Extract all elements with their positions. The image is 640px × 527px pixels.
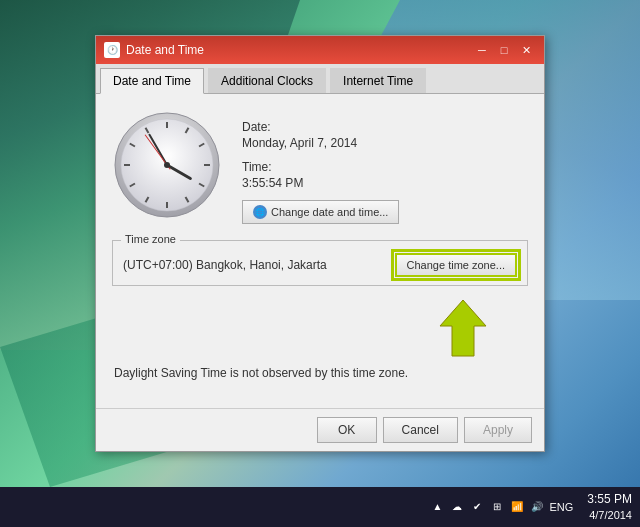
maximize-button[interactable]: □ [494,40,514,60]
ok-button[interactable]: OK [317,417,377,443]
device-icon[interactable]: ⊞ [489,499,505,515]
change-timezone-button[interactable]: Change time zone... [395,253,517,277]
network-icon[interactable]: ▲ [429,499,445,515]
timezone-section: Time zone (UTC+07:00) Bangkok, Hanoi, Ja… [112,240,528,286]
title-bar-controls: ─ □ ✕ [472,40,536,60]
taskbar-app-icon[interactable]: ✔ [469,499,485,515]
arrow-annotation [112,298,528,358]
clock-svg [112,110,222,220]
title-bar: 🕐 Date and Time ─ □ ✕ [96,36,544,64]
tab-additional-clocks[interactable]: Additional Clocks [208,68,326,93]
taskbar-right: ▲ ☁ ✔ ⊞ 📶 🔊 ENG 3:55 PM 4/7/2014 [429,492,632,522]
tabs-bar: Date and Time Additional Clocks Internet… [96,64,544,94]
dialog-content: Date: Monday, April 7, 2014 Time: 3:55:5… [96,94,544,408]
close-button[interactable]: ✕ [516,40,536,60]
dialog-title: Date and Time [126,43,472,57]
svg-marker-18 [440,300,486,356]
date-time-dialog: 🕐 Date and Time ─ □ ✕ Date and Time Addi… [95,35,545,452]
datetime-info: Date: Monday, April 7, 2014 Time: 3:55:5… [242,110,399,224]
date-label: Date: [242,120,399,134]
volume-icon[interactable]: 🔊 [529,499,545,515]
taskbar-date-value: 4/7/2014 [587,508,632,522]
date-value: Monday, April 7, 2014 [242,136,399,150]
cancel-button[interactable]: Cancel [383,417,458,443]
globe-icon: 🌐 [253,205,267,219]
apply-button[interactable]: Apply [464,417,532,443]
arrow-up-icon [438,298,488,358]
taskbar: ▲ ☁ ✔ ⊞ 📶 🔊 ENG 3:55 PM 4/7/2014 [0,487,640,527]
dialog-overlay: 🕐 Date and Time ─ □ ✕ Date and Time Addi… [0,0,640,487]
timezone-value: (UTC+07:00) Bangkok, Hanoi, Jakarta [123,258,327,272]
taskbar-clock[interactable]: 3:55 PM 4/7/2014 [587,492,632,522]
minimize-button[interactable]: ─ [472,40,492,60]
analog-clock [112,110,222,220]
time-label: Time: [242,160,399,174]
taskbar-time-value: 3:55 PM [587,492,632,508]
time-value: 3:55:54 PM [242,176,399,190]
taskbar-system-icons: ▲ ☁ ✔ ⊞ 📶 🔊 ENG [429,499,573,515]
signal-icon[interactable]: 📶 [509,499,525,515]
onedrive-icon[interactable]: ☁ [449,499,465,515]
dialog-footer: OK Cancel Apply [96,408,544,451]
tab-date-time[interactable]: Date and Time [100,68,204,94]
desktop: 🕐 Date and Time ─ □ ✕ Date and Time Addi… [0,0,640,527]
timezone-section-label: Time zone [121,233,180,245]
tab-internet-time[interactable]: Internet Time [330,68,426,93]
datetime-section: Date: Monday, April 7, 2014 Time: 3:55:5… [112,110,528,224]
timezone-row: (UTC+07:00) Bangkok, Hanoi, Jakarta Chan… [123,253,517,277]
dialog-icon: 🕐 [104,42,120,58]
taskbar-lang: ENG [549,501,573,513]
dst-notice: Daylight Saving Time is not observed by … [112,366,528,380]
svg-point-17 [164,162,170,168]
change-datetime-button[interactable]: 🌐 Change date and time... [242,200,399,224]
